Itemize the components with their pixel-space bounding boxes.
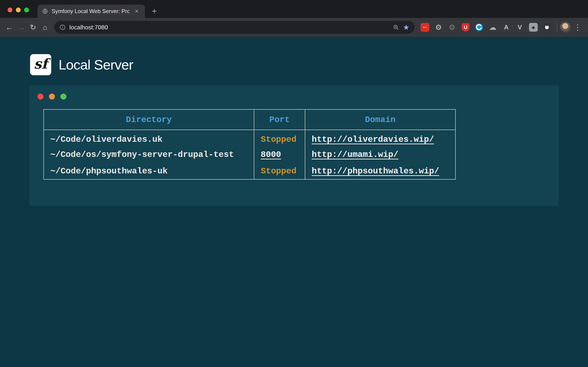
directory-cell: ~/Code/os/symfony-server-drupal-test (44, 146, 254, 163)
url-text[interactable]: localhost:7080 (69, 24, 389, 31)
browser-toolbar: ← → ↻ ⌂ localhost:7080 ★ ••• ⚙ ⚙ U (0, 18, 588, 37)
domain-link[interactable]: http://oliverdavies.wip/ (312, 135, 434, 144)
header-directory: Directory (44, 109, 254, 130)
extension-cloud-icon[interactable]: ☁ (488, 23, 497, 32)
browser-titlebar: Symfony Local Web Server: Prox × + (0, 0, 588, 18)
window-minimize-button[interactable] (16, 8, 21, 12)
table-row: ~/Code/oliverdavies.uk Stopped http://ol… (44, 130, 456, 146)
domain-cell: http://oliverdavies.wip/ (305, 130, 456, 146)
tab-title: Symfony Local Web Server: Prox (52, 8, 129, 15)
domain-link[interactable]: http://umami.wip/ (312, 150, 398, 159)
panel-window-dots (37, 94, 559, 100)
tab-favicon-globe-icon (42, 8, 48, 14)
directory-cell: ~/Code/phpsouthwales-uk (44, 163, 254, 179)
extension-misc-icon[interactable]: ◆ (529, 23, 538, 32)
symfony-logo-text: sf (34, 56, 48, 72)
table-header-row: Directory Port Domain (44, 109, 456, 130)
domain-cell: http://phpsouthwales.wip/ (305, 163, 456, 179)
extension-github-octocat-icon[interactable] (543, 23, 551, 32)
page-header: sf Local Server (0, 37, 588, 75)
window-zoom-button[interactable] (24, 8, 29, 12)
back-button[interactable]: ← (3, 21, 15, 33)
browser-menu-icon[interactable]: ⋮ (571, 23, 585, 32)
table-row: ~/Code/phpsouthwales-uk Stopped http://p… (44, 163, 456, 179)
port-status-cell: Stopped (254, 130, 305, 146)
page-title: Local Server (59, 57, 133, 73)
extension-settings-gear-icon[interactable]: ⚙ (434, 23, 443, 32)
profile-avatar[interactable] (560, 22, 571, 33)
port-link[interactable]: 8000 (261, 150, 281, 159)
home-button[interactable]: ⌂ (39, 21, 51, 33)
panel-orange-dot-icon (49, 94, 55, 100)
toolbar-divider (557, 23, 557, 32)
header-domain: Domain (305, 109, 456, 130)
port-status-cell: 8000 (254, 146, 305, 163)
extension-ublock-icon[interactable]: U (461, 23, 470, 32)
table-row: ~/Code/os/symfony-server-drupal-test 800… (44, 146, 456, 163)
extension-letter-a-icon[interactable]: A (502, 23, 510, 32)
servers-table: Directory Port Domain ~/Code/oliverdavie… (43, 109, 456, 180)
extension-dark-gear-icon[interactable]: ⚙ (448, 23, 456, 32)
domain-link[interactable]: http://phpsouthwales.wip/ (312, 166, 439, 176)
extension-letter-v-icon[interactable]: V (515, 23, 524, 32)
extensions-area: ••• ⚙ ⚙ U ☁ A V ◆ (418, 23, 554, 32)
reload-button[interactable]: ↻ (27, 21, 39, 33)
directory-cell: ~/Code/oliverdavies.uk (44, 130, 254, 146)
extension-blue-circle-icon[interactable] (475, 23, 484, 32)
domain-cell: http://umami.wip/ (305, 146, 456, 163)
server-panel: Directory Port Domain ~/Code/oliverdavie… (29, 85, 559, 206)
address-bar[interactable]: localhost:7080 ★ (54, 21, 415, 34)
window-controls (8, 8, 29, 12)
tab-close-icon[interactable]: × (133, 8, 140, 15)
symfony-logo: sf (30, 54, 51, 75)
browser-tab[interactable]: Symfony Local Web Server: Prox × (37, 5, 145, 18)
extension-lastpass-icon[interactable]: ••• (421, 23, 429, 32)
zoom-icon[interactable] (393, 24, 399, 31)
new-tab-button[interactable]: + (149, 6, 160, 17)
forward-button[interactable]: → (15, 21, 27, 33)
header-port: Port (254, 109, 305, 130)
window-close-button[interactable] (8, 8, 12, 12)
page-content: sf Local Server Directory Port Domain ~/… (0, 37, 588, 367)
panel-green-dot-icon (61, 94, 66, 100)
bookmark-star-icon[interactable]: ★ (403, 24, 409, 31)
panel-red-dot-icon (37, 94, 43, 100)
port-status-cell: Stopped (254, 163, 305, 179)
site-info-icon[interactable] (59, 24, 66, 31)
